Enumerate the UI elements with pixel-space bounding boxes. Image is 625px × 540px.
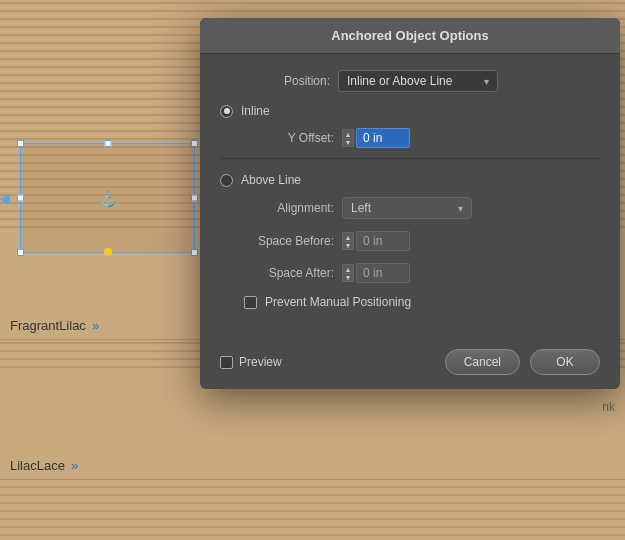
alignment-dropdown[interactable]: Left ▾ xyxy=(342,197,472,219)
cancel-button[interactable]: Cancel xyxy=(445,349,520,375)
alignment-row: Alignment: Left ▾ xyxy=(244,197,600,219)
bg-list-item-2-arrow: » xyxy=(71,458,78,473)
y-offset-arrows: ▲ ▼ xyxy=(342,129,354,147)
inline-radio-row: Inline xyxy=(220,104,600,118)
handle-bl xyxy=(17,249,24,256)
position-value: Inline or Above Line xyxy=(347,74,452,88)
prevent-label: Prevent Manual Positioning xyxy=(265,295,411,309)
handle-tl xyxy=(17,140,24,147)
space-after-down-arrow[interactable]: ▼ xyxy=(342,273,354,282)
handle-br xyxy=(191,249,198,256)
handle-tc xyxy=(104,140,111,147)
y-offset-down-arrow[interactable]: ▼ xyxy=(342,138,354,147)
space-before-row: Space Before: ▲ ▼ xyxy=(244,231,600,251)
handle-mr xyxy=(191,195,198,202)
y-offset-up-arrow[interactable]: ▲ xyxy=(342,129,354,138)
alignment-label: Alignment: xyxy=(244,201,334,215)
space-before-up-arrow[interactable]: ▲ xyxy=(342,232,354,241)
space-after-row: Space After: ▲ ▼ xyxy=(244,263,600,283)
footer-right: Cancel OK xyxy=(445,349,600,375)
position-label: Position: xyxy=(220,74,330,88)
alignment-value: Left xyxy=(351,201,371,215)
left-arrow-icon: ◀ xyxy=(0,190,10,206)
space-after-spinbox: ▲ ▼ xyxy=(342,263,410,283)
preview-label: Preview xyxy=(239,355,282,369)
inline-label: Inline xyxy=(241,104,270,118)
prevent-checkbox[interactable] xyxy=(244,296,257,309)
dropdown-arrow-icon: ▾ xyxy=(484,76,489,87)
dialog-title: Anchored Object Options xyxy=(331,28,488,43)
y-offset-input[interactable] xyxy=(356,128,410,148)
space-before-down-arrow[interactable]: ▼ xyxy=(342,241,354,250)
bg-list-item-2-text: LilacLace xyxy=(10,458,65,473)
bg-list-item-1-arrow: » xyxy=(92,318,99,333)
above-line-label: Above Line xyxy=(241,173,301,187)
bg-right-text-2: nk xyxy=(602,400,615,414)
space-after-up-arrow[interactable]: ▲ xyxy=(342,264,354,273)
dialog-titlebar: Anchored Object Options xyxy=(200,18,620,54)
space-before-arrows: ▲ ▼ xyxy=(342,232,354,250)
space-before-spinbox: ▲ ▼ xyxy=(342,231,410,251)
bg-list-item-1-text: FragrantLilac xyxy=(10,318,86,333)
preview-checkbox[interactable] xyxy=(220,356,233,369)
space-after-arrows: ▲ ▼ xyxy=(342,264,354,282)
dialog: Anchored Object Options Position: Inline… xyxy=(200,18,620,389)
footer-left: Preview xyxy=(220,355,282,369)
position-row: Position: Inline or Above Line ▾ xyxy=(220,70,600,92)
ok-button[interactable]: OK xyxy=(530,349,600,375)
dialog-footer: Preview Cancel OK xyxy=(200,339,620,389)
inline-radio[interactable] xyxy=(220,105,233,118)
alignment-dropdown-arrow-icon: ▾ xyxy=(458,203,463,214)
above-line-radio[interactable] xyxy=(220,174,233,187)
y-offset-row: Y Offset: ▲ ▼ xyxy=(244,128,600,148)
space-after-label: Space After: xyxy=(244,266,334,280)
separator-1 xyxy=(220,158,600,159)
position-dropdown[interactable]: Inline or Above Line ▾ xyxy=(338,70,498,92)
y-offset-label: Y Offset: xyxy=(244,131,334,145)
handle-tr xyxy=(191,140,198,147)
dialog-body: Position: Inline or Above Line ▾ Inline … xyxy=(200,54,620,339)
anchor-icon: ⚓ xyxy=(98,189,118,208)
selected-object: ⚓ ◀ xyxy=(20,143,195,253)
space-before-label: Space Before: xyxy=(244,234,334,248)
space-before-input[interactable] xyxy=(356,231,410,251)
handle-ml xyxy=(17,195,24,202)
yellow-dot xyxy=(104,248,112,256)
above-line-radio-row: Above Line xyxy=(220,173,600,187)
space-after-input[interactable] xyxy=(356,263,410,283)
y-offset-spinbox: ▲ ▼ xyxy=(342,128,410,148)
prevent-checkbox-row: Prevent Manual Positioning xyxy=(244,295,600,309)
